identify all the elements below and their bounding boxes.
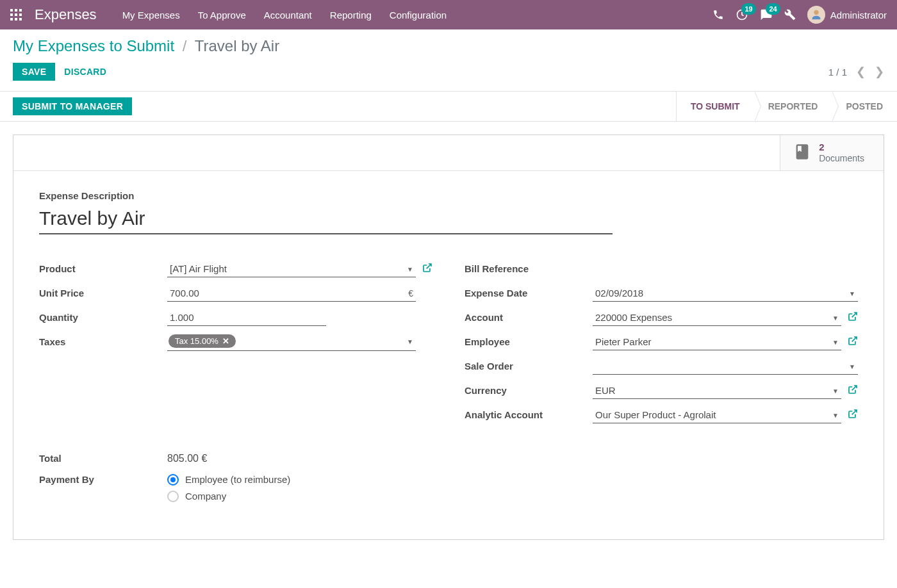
nav-item-accountant[interactable]: Accountant: [264, 10, 312, 20]
svg-point-10: [814, 10, 818, 15]
user-name: Administrator: [830, 10, 887, 20]
payment-option-label: Company: [185, 491, 226, 502]
sale-order-label: Sale Order: [465, 361, 593, 372]
pager: 1 / 1 ❮ ❯: [828, 65, 884, 79]
activity-badge: 19: [741, 3, 755, 15]
nav-item-reporting[interactable]: Reporting: [330, 10, 372, 20]
user-menu[interactable]: Administrator: [807, 6, 887, 24]
expense-title-input[interactable]: [39, 205, 613, 234]
svg-rect-2: [19, 9, 22, 12]
button-box: 2 Documents: [13, 135, 884, 171]
status-step-to-submit[interactable]: TO SUBMIT: [676, 91, 754, 122]
employee-select[interactable]: [593, 334, 841, 350]
svg-rect-5: [19, 13, 22, 16]
nav-item-my-expenses[interactable]: My Expenses: [122, 10, 180, 20]
app-brand[interactable]: Expenses: [35, 6, 97, 23]
breadcrumb-parent[interactable]: My Expenses to Submit: [13, 37, 174, 54]
expense-date-label: Expense Date: [465, 288, 593, 298]
discuss-icon[interactable]: 24: [760, 8, 773, 21]
employee-label: Employee: [465, 336, 593, 347]
quantity-input[interactable]: [167, 309, 326, 326]
unit-price-label: Unit Price: [39, 288, 167, 298]
analytic-account-select[interactable]: [593, 407, 841, 423]
svg-rect-4: [15, 13, 17, 16]
top-navbar: Expenses My Expenses To Approve Accounta…: [0, 0, 897, 29]
account-label: Account: [465, 312, 593, 323]
discuss-badge: 24: [766, 3, 780, 15]
total-value: 805.00 €: [167, 453, 207, 464]
svg-rect-1: [15, 9, 17, 12]
breadcrumb-separator: /: [183, 37, 187, 54]
payment-option-company[interactable]: Company: [167, 491, 290, 502]
analytic-external-link-icon[interactable]: [848, 409, 858, 421]
tax-tag[interactable]: Tax 15.00% ✕: [169, 334, 236, 348]
account-select[interactable]: [593, 309, 841, 326]
svg-rect-7: [15, 18, 17, 20]
chevron-down-icon: ▼: [407, 338, 413, 345]
avatar: [807, 6, 825, 24]
discard-button[interactable]: DISCARD: [55, 63, 115, 81]
currency-external-link-icon[interactable]: [848, 384, 858, 396]
taxes-label: Taxes: [39, 336, 167, 347]
status-step-reported[interactable]: REPORTED: [754, 92, 832, 121]
tax-tag-remove-icon[interactable]: ✕: [222, 336, 229, 346]
taxes-tag-field[interactable]: Tax 15.00% ✕ ▼: [167, 333, 416, 351]
documents-stat-button[interactable]: 2 Documents: [780, 135, 884, 170]
breadcrumb-current: Travel by Air: [195, 37, 279, 54]
sale-order-select[interactable]: [593, 358, 858, 375]
pager-next-icon[interactable]: ❯: [875, 65, 884, 79]
radio-unchecked-icon: [167, 491, 179, 502]
nav-item-configuration[interactable]: Configuration: [390, 10, 447, 20]
description-label: Expense Description: [39, 190, 858, 201]
payment-by-label: Payment By: [39, 474, 167, 485]
employee-external-link-icon[interactable]: [848, 336, 858, 348]
tax-tag-label: Tax 15.00%: [175, 336, 218, 346]
debug-icon[interactable]: [784, 9, 796, 20]
payment-option-employee[interactable]: Employee (to reimburse): [167, 474, 290, 486]
total-label: Total: [39, 453, 167, 464]
quantity-label: Quantity: [39, 312, 167, 323]
currency-label: Currency: [465, 385, 593, 396]
pager-text: 1 / 1: [828, 67, 847, 78]
bill-reference-label: Bill Reference: [465, 263, 593, 274]
status-bar: SUBMIT TO MANAGER TO SUBMIT REPORTED POS…: [0, 91, 897, 122]
phone-icon[interactable]: [712, 9, 724, 20]
form-right-column: Bill Reference Expense Date ▼ Account: [465, 260, 858, 430]
nav-right: 19 24 Administrator: [712, 6, 887, 24]
documents-count: 2: [819, 142, 864, 153]
nav-menu: My Expenses To Approve Accountant Report…: [122, 10, 447, 20]
activity-icon[interactable]: 19: [736, 8, 748, 21]
control-panel: My Expenses to Submit / Travel by Air SA…: [0, 29, 897, 81]
product-label: Product: [39, 263, 167, 274]
form-left-column: Product ▼ Unit Price €: [39, 260, 432, 430]
nav-item-to-approve[interactable]: To Approve: [198, 10, 246, 20]
form-sheet: 2 Documents Expense Description Product …: [13, 135, 884, 540]
book-icon: [793, 143, 811, 163]
product-external-link-icon[interactable]: [422, 263, 432, 275]
apps-menu-icon[interactable]: [10, 9, 22, 20]
expense-date-input[interactable]: [593, 285, 858, 302]
svg-rect-6: [10, 18, 13, 20]
unit-price-input[interactable]: [167, 285, 416, 302]
analytic-account-label: Analytic Account: [465, 409, 593, 420]
pager-prev-icon[interactable]: ❮: [856, 65, 866, 79]
radio-checked-icon: [167, 474, 179, 486]
currency-select[interactable]: [593, 382, 841, 399]
status-step-posted[interactable]: POSTED: [832, 92, 897, 121]
payment-option-label: Employee (to reimburse): [185, 474, 290, 485]
product-select[interactable]: [167, 261, 416, 277]
documents-label: Documents: [819, 153, 864, 164]
svg-rect-3: [10, 13, 13, 16]
save-button[interactable]: SAVE: [13, 63, 55, 81]
svg-rect-8: [19, 18, 22, 20]
breadcrumb: My Expenses to Submit / Travel by Air: [13, 37, 884, 55]
account-external-link-icon[interactable]: [848, 311, 858, 323]
svg-rect-0: [10, 9, 13, 12]
submit-to-manager-button[interactable]: SUBMIT TO MANAGER: [13, 97, 132, 115]
